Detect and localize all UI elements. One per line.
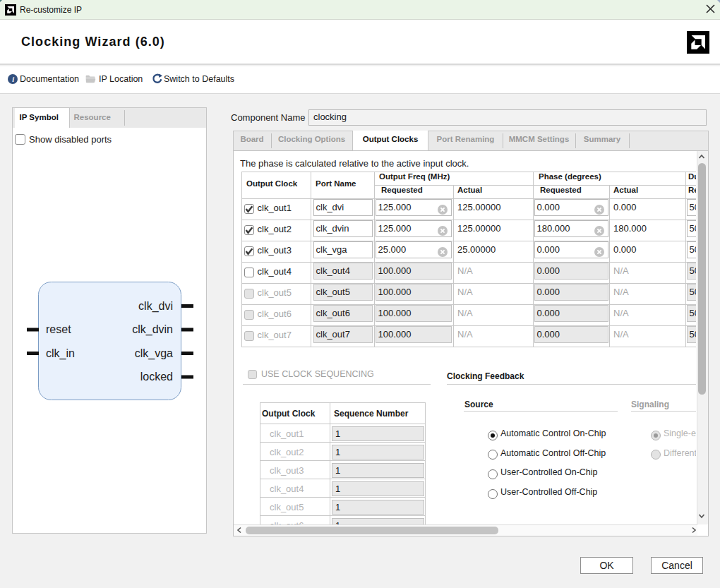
svg-text:clk_vga: clk_vga bbox=[135, 347, 173, 360]
svg-text:locked: locked bbox=[140, 371, 173, 383]
svg-text:reset: reset bbox=[46, 323, 71, 335]
svg-text:clk_dvin: clk_dvin bbox=[132, 323, 173, 336]
svg-text:clk_dvi: clk_dvi bbox=[138, 300, 173, 313]
svg-text:i: i bbox=[12, 76, 14, 83]
svg-text:clk_in: clk_in bbox=[46, 347, 75, 360]
